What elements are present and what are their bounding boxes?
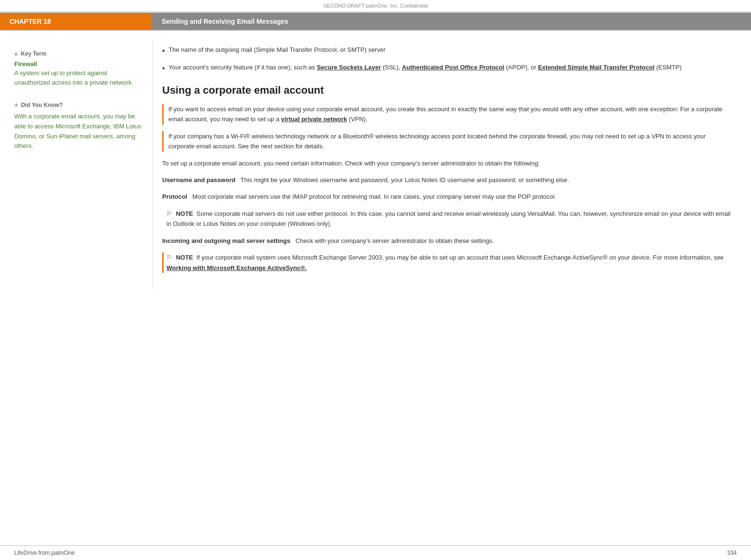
paragraph-2: If your company has a Wi-Fi® wireless te…	[168, 131, 732, 152]
draft-watermark: SECOND DRAFT palmOne, Inc. Confidential	[0, 0, 751, 12]
key-term-word: Firewall	[14, 60, 37, 68]
exchange-link[interactable]: Working with Microsoft Exchange ActiveSy…	[166, 264, 307, 271]
sidebar: » Key Term Firewall A system set up to p…	[0, 40, 152, 289]
note-2-text: ⚐ NOTE If your corporate mail system use…	[166, 252, 732, 273]
field-username: Username and password This might be your…	[162, 175, 732, 185]
did-you-know-section: + Did You Know? With a corporate email a…	[14, 101, 143, 151]
paragraph-1: If you want to access email on your devi…	[168, 104, 732, 125]
apop-link[interactable]: Authenticated Post Office Protocol	[402, 64, 504, 71]
bullet-text-1: The name of the outgoing mail (Simple Ma…	[169, 45, 386, 55]
did-you-know-header: + Did You Know?	[14, 101, 143, 109]
paragraph-3: To set up a corporate email account, you…	[162, 158, 732, 168]
note-2-bar	[162, 252, 164, 273]
field-incoming-outgoing: Incoming and outgoing mail server settin…	[162, 236, 732, 246]
list-item: The name of the outgoing mail (Simple Ma…	[162, 45, 732, 57]
main-content: » Key Term Firewall A system set up to p…	[0, 31, 751, 299]
list-item: Your account's security feature (if it h…	[162, 63, 732, 75]
field-protocol-term: Protocol	[162, 193, 187, 200]
ssl-link[interactable]: Secure Sockets Layer	[317, 64, 381, 71]
key-term-label: Key Term	[21, 50, 47, 57]
field-username-desc: This might be your Windows username and …	[241, 176, 569, 183]
footer-right: 334	[727, 550, 737, 556]
note-2-container: ⚐ NOTE If your corporate mail system use…	[162, 252, 732, 273]
paragraph-1-block: If you want to access email on your devi…	[162, 104, 732, 125]
note-1-content: ⚐ NOTE Some corporate mail servers do no…	[166, 209, 732, 229]
note-icon-1: ⚐	[166, 210, 172, 217]
did-you-know-icon: +	[14, 101, 18, 109]
note-1-body: Some corporate mail servers do not use e…	[166, 210, 731, 227]
chapter-header: CHAPTER 18 Sending and Receiving Email M…	[0, 12, 751, 31]
footer: LifeDrive from palmOne 334	[0, 545, 751, 560]
note-2-keyword: NOTE	[176, 254, 193, 261]
chapter-label: CHAPTER 18	[0, 13, 152, 30]
vpn-link[interactable]: virtual private network	[281, 116, 347, 123]
did-you-know-text: With a corporate email account, you may …	[14, 112, 143, 151]
field-protocol-desc: Most corporate mail servers use the IMAP…	[193, 193, 556, 200]
field-username-term: Username and password	[162, 176, 235, 183]
bullet-text-2: Your account's security feature (if it h…	[169, 63, 682, 73]
key-term-section: » Key Term Firewall A system set up to p…	[14, 50, 143, 87]
chapter-title: Sending and Receiving Email Messages	[152, 13, 751, 30]
note-1-keyword: NOTE	[176, 210, 193, 217]
content-area: The name of the outgoing mail (Simple Ma…	[152, 40, 751, 289]
key-term-header: » Key Term	[14, 50, 143, 58]
spacer	[0, 299, 751, 545]
key-term-definition: A system set up to protect against unaut…	[14, 68, 143, 87]
key-term-icon: »	[14, 50, 18, 58]
note-2-content: ⚐ NOTE If your corporate mail system use…	[166, 252, 732, 273]
note-1-text: ⚐ NOTE Some corporate mail servers do no…	[166, 209, 732, 229]
note-bars	[162, 209, 164, 229]
note-1-container: ⚐ NOTE Some corporate mail servers do no…	[162, 209, 732, 229]
field-protocol: Protocol Most corporate mail servers use…	[162, 192, 732, 202]
note-icon-2: ⚐	[166, 254, 172, 261]
paragraph-2-block: If your company has a Wi-Fi® wireless te…	[162, 131, 732, 152]
field-incoming-desc: Check with your company's server adminis…	[295, 237, 494, 244]
did-you-know-label: Did You Know?	[21, 102, 63, 108]
section-heading: Using a corporate email account	[162, 84, 732, 97]
footer-left: LifeDrive from palmOne	[14, 550, 75, 556]
esmtp-link[interactable]: Extended Simple Mail Transfer Protocol	[538, 64, 654, 71]
bullet-list: The name of the outgoing mail (Simple Ma…	[162, 45, 732, 74]
field-incoming-term: Incoming and outgoing mail server settin…	[162, 237, 290, 244]
